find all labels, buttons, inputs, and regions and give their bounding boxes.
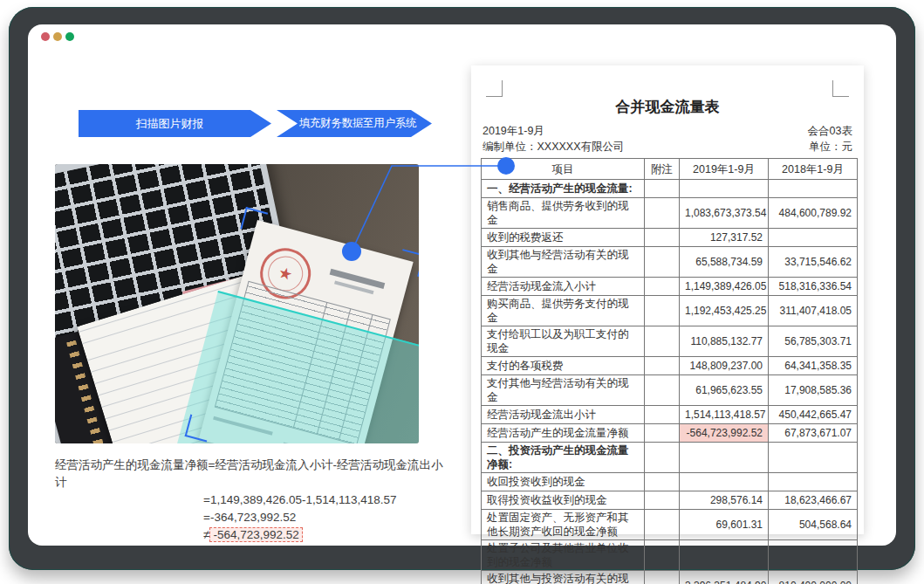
table-row: 收到其他与投资活动有关的现金3,396,351,484.90810,400,00… <box>482 571 858 584</box>
v2018-cell: 311,407,418.05 <box>769 296 858 326</box>
caption-mismatch: ≠-564,723,992.52 <box>203 526 448 544</box>
note-cell <box>645 326 680 357</box>
note-cell <box>645 510 680 540</box>
table-row: 支付给职工以及为职工支付的现金110,885,132.7756,785,303.… <box>482 326 858 357</box>
v2019-cell: 1,083,673,373.54 <box>680 198 769 229</box>
v2018-cell: 67,873,671.07 <box>769 424 858 443</box>
v2019-cell: 1,514,113,418.57 <box>680 406 769 424</box>
table-header-cell: 项目 <box>482 159 645 180</box>
table-row: 经营活动产生的现金流量净额-564,723,992.5267,873,671.0… <box>482 424 858 443</box>
table-row: 购买商品、提供劳务支付的现金1,192,453,425.25311,407,41… <box>482 296 858 326</box>
v2019-cell: 127,317.52 <box>680 229 769 247</box>
verification-caption: 经营活动产生的现金流量净额=经营活动现金流入小计-经营活动现金流出小计 =1,1… <box>55 457 448 544</box>
report-table-body: 项目附注2019年1-9月2018年1-9月一、经营活动产生的现金流量:销售商品… <box>482 159 858 584</box>
table-row: 经营活动现金流出小计1,514,113,418.57450,442,665.47 <box>482 406 858 424</box>
note-cell <box>645 357 680 375</box>
item-cell: 购买商品、提供劳务支付的现金 <box>482 296 645 326</box>
table-row: 收到的税费返还127,317.52 <box>482 229 858 247</box>
flow-step-fill: 填充财务数据至用户系统 <box>277 110 432 137</box>
table-row: 处置固定资产、无形资产和其他长期资产收回的现金净额69,601.31504,56… <box>482 510 858 540</box>
v2019-cell <box>680 473 769 491</box>
v2019-cell: 148,809,237.00 <box>680 357 769 375</box>
note-cell <box>645 473 680 491</box>
table-row: 收到其他与经营活动有关的现金65,588,734.5933,715,546.62 <box>482 247 858 278</box>
page-corner-mark-icon <box>832 80 849 97</box>
close-button[interactable] <box>41 32 50 41</box>
note-cell <box>645 491 680 510</box>
v2019-cell: 69,601.31 <box>680 510 769 540</box>
item-cell: 收到的税费返还 <box>482 229 645 247</box>
zoom-button[interactable] <box>65 32 74 41</box>
v2018-cell: 18,623,466.67 <box>769 491 858 510</box>
v2018-cell: 17,908,585.36 <box>769 375 858 406</box>
item-cell: 收回投资收到的现金 <box>482 473 645 491</box>
item-cell: 支付给职工以及为职工支付的现金 <box>482 326 645 357</box>
table-header-row: 项目附注2019年1-9月2018年1-9月 <box>482 159 858 180</box>
caption-result: =-364,723,992.52 <box>203 509 448 526</box>
table-section-row: 一、经营活动产生的现金流量: <box>482 180 858 198</box>
table-header-cell: 2018年1-9月 <box>769 159 858 180</box>
v2018-cell <box>769 229 858 247</box>
v2019-cell: 110,885,132.77 <box>680 326 769 357</box>
cash-flow-table: 项目附注2019年1-9月2018年1-9月一、经营活动产生的现金流量:销售商品… <box>481 158 858 584</box>
caption-formula: 经营活动产生的现金流量净额=经营活动现金流入小计-经营活动现金流出小计 <box>55 457 448 491</box>
table-header-cell: 2019年1-9月 <box>680 159 769 180</box>
table-row: 销售商品、提供劳务收到的现金1,083,673,373.54484,600,78… <box>482 198 858 229</box>
v2018-cell <box>769 443 858 473</box>
item-cell: 收到其他与投资活动有关的现金 <box>482 571 645 584</box>
table-section-row: 二、投资活动产生的现金流量净额: <box>482 443 858 473</box>
v2018-cell: 504,568.64 <box>769 510 858 540</box>
table-row: 收回投资收到的现金 <box>482 473 858 491</box>
page-corner-mark-icon <box>486 80 503 97</box>
flow-step-scan-label: 扫描图片财报 <box>136 116 204 132</box>
v2019-cell <box>680 540 769 571</box>
v2019-cell: 298,576.14 <box>680 491 769 510</box>
note-cell <box>645 571 680 584</box>
note-cell <box>645 278 680 296</box>
table-row: 处置子公司及其他营业单位收到的现金净额 <box>482 540 858 571</box>
note-cell <box>645 198 680 229</box>
note-cell <box>645 247 680 278</box>
note-cell <box>645 296 680 326</box>
screenshot-stage: 扫描图片财报 填充财务数据至用户系统 ★ <box>0 0 924 584</box>
item-cell: 一、经营活动产生的现金流量: <box>482 180 645 198</box>
v2018-cell: 450,442,665.47 <box>769 406 858 424</box>
report-unit: 单位：元 <box>809 140 852 155</box>
note-cell <box>645 229 680 247</box>
note-cell <box>645 375 680 406</box>
item-cell: 经营活动产生的现金流量净额 <box>482 424 645 443</box>
v2018-cell: 56,785,303.71 <box>769 326 858 357</box>
note-cell <box>645 443 680 473</box>
note-cell <box>645 180 680 198</box>
item-cell: 处置子公司及其他营业单位收到的现金净额 <box>482 540 645 571</box>
item-cell: 处置固定资产、无形资产和其他长期资产收回的现金净额 <box>482 510 645 540</box>
item-cell: 支付的各项税费 <box>482 357 645 375</box>
item-cell: 经营活动现金流入小计 <box>482 278 645 296</box>
item-cell: 销售商品、提供劳务收到的现金 <box>482 198 645 229</box>
star-icon: ★ <box>277 263 295 285</box>
item-cell: 经营活动现金流出小计 <box>482 406 645 424</box>
v2019-cell: 65,588,734.59 <box>680 247 769 278</box>
flow-step-fill-label: 填充财务数据至用户系统 <box>299 116 416 131</box>
caption-calc: =1,149,389,426.05-1,514,113,418.57 <box>203 491 448 509</box>
report-form-no: 会合03表 <box>808 124 852 139</box>
mismatch-value-highlight: -564,723,992.52 <box>209 527 302 542</box>
note-cell <box>645 406 680 424</box>
item-cell: 收到其他与经营活动有关的现金 <box>482 247 645 278</box>
v2018-cell: 518,316,336.54 <box>769 278 858 296</box>
v2018-cell <box>769 473 858 491</box>
v2019-cell: 1,192,453,425.25 <box>680 296 769 326</box>
table-row: 经营活动现金流入小计1,149,389,426.05518,316,336.54 <box>482 278 858 296</box>
table-row: 取得投资收益收到的现金298,576.1418,623,466.67 <box>482 491 858 510</box>
note-cell <box>645 540 680 571</box>
minimize-button[interactable] <box>53 32 62 41</box>
table-header-cell: 附注 <box>645 159 680 180</box>
v2019-cell: 1,149,389,426.05 <box>680 278 769 296</box>
v2018-cell: 810,400,000.00 <box>769 571 858 584</box>
v2019-cell: 61,965,623.55 <box>680 375 769 406</box>
v2019-cell <box>680 443 769 473</box>
v2018-cell <box>769 540 858 571</box>
v2019-cell: -564,723,992.52 <box>680 424 769 443</box>
report-title: 合并现金流量表 <box>471 97 864 117</box>
report-period: 2019年1-9月 <box>483 124 544 139</box>
